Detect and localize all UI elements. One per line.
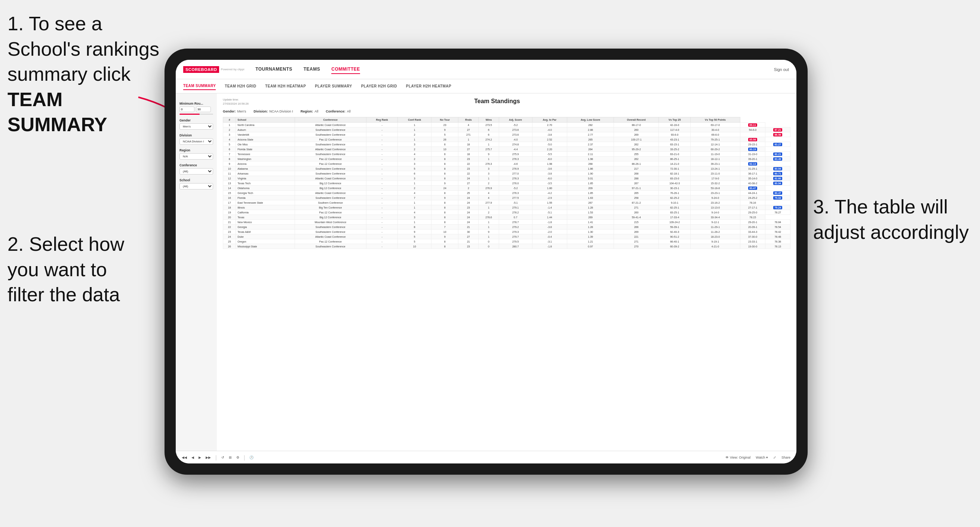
table-cell: 6 [223, 147, 236, 152]
table-cell: 2 [398, 147, 431, 152]
school-select[interactable]: (All) [180, 183, 213, 189]
eye-icon: 👁 [725, 456, 729, 459]
sub-nav-team-h2h-heatmap[interactable]: TEAM H2H HEATMAP [265, 83, 306, 90]
school-filter-label: School [180, 178, 213, 182]
col-rnds: Rnds [458, 117, 479, 122]
table-cell: 86-26-1 [614, 162, 659, 166]
table-cell: 277.5 [499, 195, 532, 200]
table-cell: Georgia [236, 225, 294, 230]
sub-nav-player-summary[interactable]: PLAYER SUMMARY [315, 83, 352, 90]
min-rounds-min-input[interactable] [180, 106, 194, 112]
table-cell: 9 [479, 230, 499, 234]
table-cell: 31-19-0 [740, 152, 765, 157]
table-cell: 33-25-2 [659, 147, 690, 152]
table-cell: 5 [398, 234, 431, 239]
table-cell: 9-12-1 [690, 220, 740, 225]
table-cell: Southeastern Conference [294, 166, 366, 171]
table-cell: 82-25-2 [659, 195, 690, 200]
table-cell: 59-41-4 [614, 215, 659, 220]
sub-nav-team-h2h-grid[interactable]: TEAM H2H GRID [225, 83, 256, 90]
table-cell: 3 [479, 171, 499, 176]
table-cell: Pac-12 Conference [294, 210, 366, 215]
table-cell: Oklahoma [236, 186, 294, 190]
toolbar-clock[interactable]: 🕐 [250, 456, 253, 459]
table-cell: 0.97 [567, 244, 614, 249]
table-cell: 80.21 [765, 152, 791, 157]
table-cell: 22 [458, 162, 479, 166]
table-cell: 8 [431, 244, 458, 249]
table-cell: 13 [223, 181, 236, 186]
table-cell: 24 [223, 234, 236, 239]
table-cell: 1 [398, 205, 431, 210]
toolbar-forward[interactable]: ▶ [199, 456, 201, 459]
table-cell: 1.98 [567, 157, 614, 162]
table-cell: 109-24-2 [659, 220, 690, 225]
division-filter-label: Division [180, 133, 213, 137]
table-cell: 1.55 [532, 200, 567, 205]
toolbar-grid[interactable]: ⊞ [229, 456, 232, 459]
table-cell: 2 [398, 186, 431, 190]
sub-nav-player-h2h-heatmap[interactable]: PLAYER H2H HEATMAP [406, 83, 451, 90]
table-cell: Washington [236, 157, 294, 162]
sub-nav-player-h2h-grid[interactable]: PLAYER H2H GRID [361, 83, 397, 90]
toolbar-settings[interactable]: ⚙ [236, 456, 239, 459]
toolbar-back[interactable]: ◀ [191, 456, 194, 459]
table-cell: 39-20-1 [740, 157, 765, 162]
table-cell: 79.02 [765, 195, 791, 200]
table-cell: Mississippi State [236, 244, 294, 249]
table-cell: 60-39-2 [659, 244, 690, 249]
sign-out-button[interactable]: Sign out [774, 67, 789, 72]
table-cell: Illinois [236, 205, 294, 210]
table-cell: - [366, 127, 398, 132]
conference-select[interactable]: (All) [180, 168, 213, 175]
table-cell: -4.6 [499, 162, 532, 166]
table-cell: - [366, 142, 398, 147]
table-cell: 1 [398, 137, 431, 142]
table-cell: 24 [458, 195, 479, 200]
table-cell: 17-9-0 [690, 176, 740, 181]
table-cell: 78.54 [765, 225, 791, 230]
table-cell: East Tennessee State [236, 200, 294, 205]
table-cell: 270 [614, 244, 659, 249]
table-cell: 85.98 [740, 137, 765, 142]
min-rounds-max-input[interactable] [196, 106, 211, 112]
table-cell: 21 [458, 239, 479, 244]
table-cell: 3.01 [567, 176, 614, 181]
table-cell: -5.5 [532, 152, 567, 157]
table-cell: 1 [398, 127, 431, 132]
table-cell: 30-4-0 [690, 127, 740, 132]
table-cell: 1 [223, 122, 236, 127]
region-select[interactable]: N/A [180, 153, 213, 160]
table-cell: 271 [458, 132, 479, 137]
table-cell: 6 [479, 127, 499, 132]
toolbar-skip-forward[interactable]: ▶▶ [206, 456, 211, 459]
nav-committee[interactable]: COMMITTEE [331, 65, 360, 74]
table-cell: 1.28 [567, 205, 614, 210]
division-select[interactable]: NCAA Division I [180, 138, 213, 144]
min-rounds-label: Minimum Rou... [180, 102, 213, 105]
view-original-button[interactable]: 👁 View: Original [725, 456, 751, 459]
rounds-slider[interactable] [180, 114, 213, 115]
share-button[interactable]: Share [781, 456, 791, 459]
toolbar-refresh[interactable]: ↺ [221, 456, 224, 459]
toolbar-skip-back[interactable]: ◀◀ [182, 456, 187, 459]
nav-teams[interactable]: TEAMS [304, 65, 320, 74]
update-time: Update time: 27/03/2024 16:56:26 [223, 98, 249, 106]
table-filter-row: Gender: Men's Division: NCAA Division I … [223, 110, 791, 113]
table-cell: 282 [567, 122, 614, 127]
table-cell: 24 [458, 210, 479, 215]
table-cell: 40-38-2 [740, 181, 765, 186]
table-row: 25OregonPac-12 Conference-58210279.5-3.1… [223, 239, 791, 244]
watch-button[interactable]: Watch ▾ [756, 456, 768, 459]
table-cell: Big 12 Conference [294, 181, 366, 186]
sub-nav-team-summary[interactable]: TEAM SUMMARY [183, 82, 216, 90]
table-cell: 1.85 [567, 190, 614, 195]
table-cell: - [366, 230, 398, 234]
gender-select[interactable]: Men's [180, 123, 213, 130]
table-cell: 11-19-0 [690, 152, 740, 157]
nav-tournaments[interactable]: TOURNAMENTS [255, 65, 293, 74]
table-cell: 35-14-0 [740, 176, 765, 181]
table-cell: 82-25-1 [659, 205, 690, 210]
expand-button[interactable]: ⤢ [773, 456, 776, 459]
table-cell: 31-29-1 [740, 166, 765, 171]
